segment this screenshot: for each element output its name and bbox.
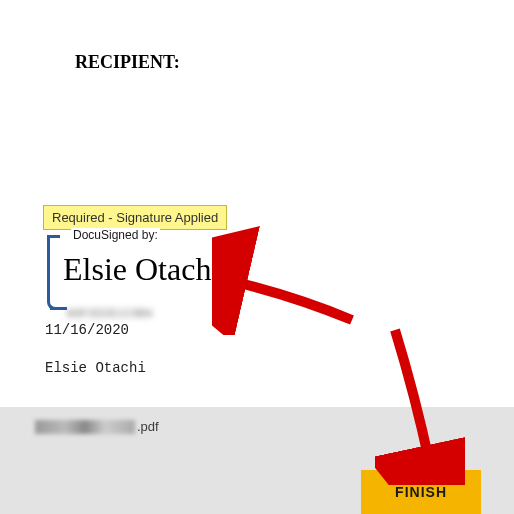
signature-id: A8F3D2E1C9B4 bbox=[67, 308, 153, 319]
signature-script: Elsie Otachi bbox=[63, 251, 220, 288]
docusigned-label: DocuSigned by: bbox=[71, 228, 160, 242]
pdf-name-redacted bbox=[35, 420, 135, 434]
status-badge: Required - Signature Applied bbox=[43, 205, 227, 230]
footer-bar: .pdf FINISH bbox=[0, 407, 514, 514]
pdf-filename: .pdf bbox=[35, 419, 159, 434]
signer-printed-name: Elsie Otachi bbox=[45, 360, 146, 376]
recipient-label: RECIPIENT: bbox=[75, 52, 180, 73]
finish-button[interactable]: FINISH bbox=[361, 470, 481, 514]
signature-block[interactable]: DocuSigned by: Elsie Otachi A8F3D2E1C9B4 bbox=[47, 235, 232, 320]
document-area: RECIPIENT: Required - Signature Applied … bbox=[0, 0, 514, 407]
pdf-extension: .pdf bbox=[137, 419, 159, 434]
signature-date: 11/16/2020 bbox=[45, 322, 129, 338]
